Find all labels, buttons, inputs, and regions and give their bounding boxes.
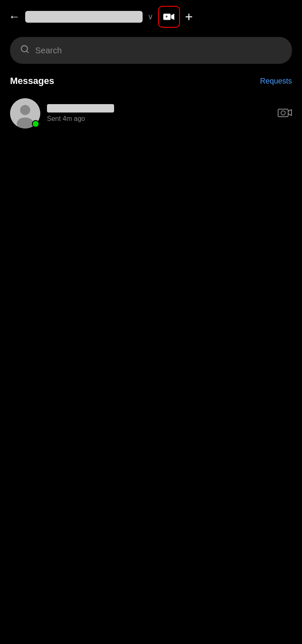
online-status-dot [32, 120, 39, 128]
svg-line-4 [26, 51, 28, 52]
search-bar[interactable]: Search [10, 37, 292, 64]
search-icon [20, 45, 29, 56]
svg-rect-8 [278, 109, 288, 117]
message-content: Sent 4m ago [47, 104, 271, 123]
dropdown-arrow-icon[interactable]: ∨ [148, 12, 153, 21]
messages-title: Messages [10, 76, 54, 86]
header: ← ∨ + + [0, 0, 302, 34]
avatar-wrap [10, 98, 40, 128]
back-button[interactable]: ← [8, 11, 20, 23]
video-call-icon: + [163, 10, 175, 23]
video-call-button[interactable]: + [158, 6, 180, 28]
new-chat-button[interactable]: + [185, 10, 193, 24]
camera-icon [278, 107, 292, 118]
messages-list: Sent 4m ago [0, 93, 302, 134]
search-container: Search [0, 34, 302, 71]
svg-marker-2 [171, 14, 174, 20]
svg-point-9 [281, 111, 285, 115]
messages-header: Messages Requests [0, 71, 302, 93]
svg-point-6 [20, 105, 30, 115]
username-bar[interactable] [25, 11, 143, 23]
message-list-item[interactable]: Sent 4m ago [0, 93, 302, 134]
message-name-bar [47, 104, 114, 113]
svg-text:+: + [165, 14, 168, 19]
message-time: Sent 4m ago [47, 115, 271, 123]
camera-button[interactable] [278, 107, 292, 120]
requests-link[interactable]: Requests [260, 77, 292, 86]
search-placeholder: Search [35, 46, 62, 55]
